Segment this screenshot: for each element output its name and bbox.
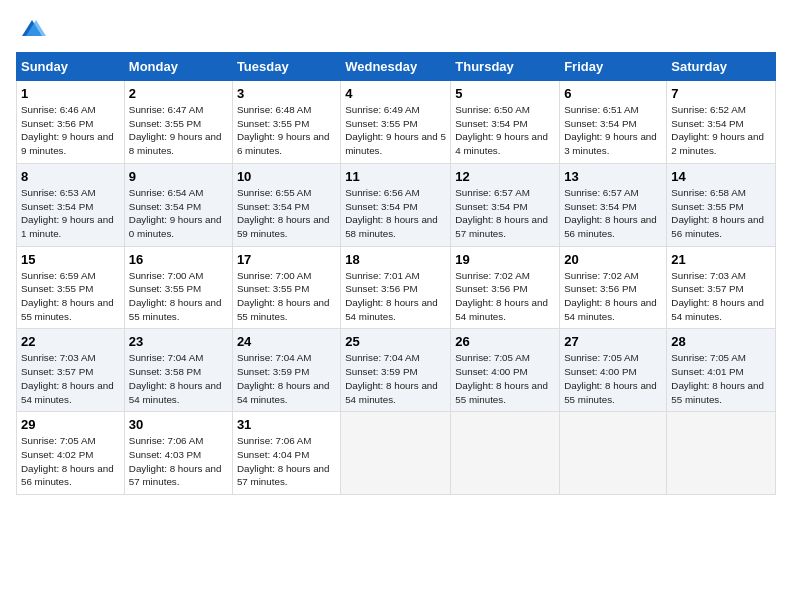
calendar-cell: 12 Sunrise: 6:57 AMSunset: 3:54 PMDaylig… — [451, 163, 560, 246]
day-info: Sunrise: 7:05 AMSunset: 4:00 PMDaylight:… — [564, 352, 657, 404]
day-info: Sunrise: 7:06 AMSunset: 4:04 PMDaylight:… — [237, 435, 330, 487]
day-info: Sunrise: 6:46 AMSunset: 3:56 PMDaylight:… — [21, 104, 114, 156]
day-number: 21 — [671, 252, 771, 267]
day-info: Sunrise: 7:02 AMSunset: 3:56 PMDaylight:… — [455, 270, 548, 322]
day-number: 20 — [564, 252, 662, 267]
calendar-cell: 6 Sunrise: 6:51 AMSunset: 3:54 PMDayligh… — [560, 81, 667, 164]
calendar-cell: 11 Sunrise: 6:56 AMSunset: 3:54 PMDaylig… — [341, 163, 451, 246]
logo — [16, 16, 46, 40]
day-number: 22 — [21, 334, 120, 349]
day-number: 24 — [237, 334, 336, 349]
day-info: Sunrise: 7:01 AMSunset: 3:56 PMDaylight:… — [345, 270, 438, 322]
day-info: Sunrise: 6:56 AMSunset: 3:54 PMDaylight:… — [345, 187, 438, 239]
calendar-cell: 24 Sunrise: 7:04 AMSunset: 3:59 PMDaylig… — [232, 329, 340, 412]
calendar-cell: 13 Sunrise: 6:57 AMSunset: 3:54 PMDaylig… — [560, 163, 667, 246]
day-number: 5 — [455, 86, 555, 101]
day-header-sunday: Sunday — [17, 53, 125, 81]
calendar-cell: 1 Sunrise: 6:46 AMSunset: 3:56 PMDayligh… — [17, 81, 125, 164]
calendar-cell: 8 Sunrise: 6:53 AMSunset: 3:54 PMDayligh… — [17, 163, 125, 246]
day-number: 23 — [129, 334, 228, 349]
day-number: 18 — [345, 252, 446, 267]
day-number: 28 — [671, 334, 771, 349]
day-info: Sunrise: 6:55 AMSunset: 3:54 PMDaylight:… — [237, 187, 330, 239]
day-number: 10 — [237, 169, 336, 184]
day-number: 25 — [345, 334, 446, 349]
day-header-thursday: Thursday — [451, 53, 560, 81]
day-number: 29 — [21, 417, 120, 432]
day-info: Sunrise: 6:52 AMSunset: 3:54 PMDaylight:… — [671, 104, 764, 156]
day-header-monday: Monday — [124, 53, 232, 81]
calendar-cell: 17 Sunrise: 7:00 AMSunset: 3:55 PMDaylig… — [232, 246, 340, 329]
day-info: Sunrise: 7:00 AMSunset: 3:55 PMDaylight:… — [237, 270, 330, 322]
calendar-cell: 20 Sunrise: 7:02 AMSunset: 3:56 PMDaylig… — [560, 246, 667, 329]
day-info: Sunrise: 7:05 AMSunset: 4:02 PMDaylight:… — [21, 435, 114, 487]
day-info: Sunrise: 7:05 AMSunset: 4:01 PMDaylight:… — [671, 352, 764, 404]
day-info: Sunrise: 7:04 AMSunset: 3:59 PMDaylight:… — [345, 352, 438, 404]
day-number: 3 — [237, 86, 336, 101]
day-info: Sunrise: 7:03 AMSunset: 3:57 PMDaylight:… — [21, 352, 114, 404]
day-number: 31 — [237, 417, 336, 432]
calendar-cell: 18 Sunrise: 7:01 AMSunset: 3:56 PMDaylig… — [341, 246, 451, 329]
day-info: Sunrise: 6:51 AMSunset: 3:54 PMDaylight:… — [564, 104, 657, 156]
calendar-cell: 25 Sunrise: 7:04 AMSunset: 3:59 PMDaylig… — [341, 329, 451, 412]
calendar-cell: 15 Sunrise: 6:59 AMSunset: 3:55 PMDaylig… — [17, 246, 125, 329]
calendar-cell: 7 Sunrise: 6:52 AMSunset: 3:54 PMDayligh… — [667, 81, 776, 164]
day-info: Sunrise: 7:00 AMSunset: 3:55 PMDaylight:… — [129, 270, 222, 322]
calendar-cell — [667, 412, 776, 495]
day-number: 17 — [237, 252, 336, 267]
calendar-cell: 10 Sunrise: 6:55 AMSunset: 3:54 PMDaylig… — [232, 163, 340, 246]
day-number: 7 — [671, 86, 771, 101]
day-info: Sunrise: 6:47 AMSunset: 3:55 PMDaylight:… — [129, 104, 222, 156]
calendar-week-row: 1 Sunrise: 6:46 AMSunset: 3:56 PMDayligh… — [17, 81, 776, 164]
day-number: 15 — [21, 252, 120, 267]
calendar-header-row: SundayMondayTuesdayWednesdayThursdayFrid… — [17, 53, 776, 81]
calendar-table: SundayMondayTuesdayWednesdayThursdayFrid… — [16, 52, 776, 495]
calendar-cell: 19 Sunrise: 7:02 AMSunset: 3:56 PMDaylig… — [451, 246, 560, 329]
calendar-cell — [341, 412, 451, 495]
calendar-week-row: 22 Sunrise: 7:03 AMSunset: 3:57 PMDaylig… — [17, 329, 776, 412]
calendar-cell: 16 Sunrise: 7:00 AMSunset: 3:55 PMDaylig… — [124, 246, 232, 329]
day-header-saturday: Saturday — [667, 53, 776, 81]
day-number: 14 — [671, 169, 771, 184]
logo-icon — [18, 16, 46, 44]
calendar-week-row: 15 Sunrise: 6:59 AMSunset: 3:55 PMDaylig… — [17, 246, 776, 329]
day-number: 16 — [129, 252, 228, 267]
calendar-cell: 27 Sunrise: 7:05 AMSunset: 4:00 PMDaylig… — [560, 329, 667, 412]
day-info: Sunrise: 7:05 AMSunset: 4:00 PMDaylight:… — [455, 352, 548, 404]
page-header — [16, 16, 776, 40]
calendar-cell: 14 Sunrise: 6:58 AMSunset: 3:55 PMDaylig… — [667, 163, 776, 246]
calendar-cell: 2 Sunrise: 6:47 AMSunset: 3:55 PMDayligh… — [124, 81, 232, 164]
calendar-cell: 30 Sunrise: 7:06 AMSunset: 4:03 PMDaylig… — [124, 412, 232, 495]
calendar-week-row: 8 Sunrise: 6:53 AMSunset: 3:54 PMDayligh… — [17, 163, 776, 246]
day-number: 11 — [345, 169, 446, 184]
calendar-cell: 23 Sunrise: 7:04 AMSunset: 3:58 PMDaylig… — [124, 329, 232, 412]
day-number: 30 — [129, 417, 228, 432]
day-number: 6 — [564, 86, 662, 101]
calendar-cell: 31 Sunrise: 7:06 AMSunset: 4:04 PMDaylig… — [232, 412, 340, 495]
day-info: Sunrise: 7:02 AMSunset: 3:56 PMDaylight:… — [564, 270, 657, 322]
day-number: 4 — [345, 86, 446, 101]
calendar-cell: 29 Sunrise: 7:05 AMSunset: 4:02 PMDaylig… — [17, 412, 125, 495]
day-header-wednesday: Wednesday — [341, 53, 451, 81]
calendar-cell: 4 Sunrise: 6:49 AMSunset: 3:55 PMDayligh… — [341, 81, 451, 164]
day-info: Sunrise: 6:59 AMSunset: 3:55 PMDaylight:… — [21, 270, 114, 322]
day-info: Sunrise: 7:03 AMSunset: 3:57 PMDaylight:… — [671, 270, 764, 322]
calendar-week-row: 29 Sunrise: 7:05 AMSunset: 4:02 PMDaylig… — [17, 412, 776, 495]
calendar-cell — [560, 412, 667, 495]
day-info: Sunrise: 7:06 AMSunset: 4:03 PMDaylight:… — [129, 435, 222, 487]
calendar-cell: 5 Sunrise: 6:50 AMSunset: 3:54 PMDayligh… — [451, 81, 560, 164]
day-number: 13 — [564, 169, 662, 184]
day-number: 9 — [129, 169, 228, 184]
calendar-cell: 21 Sunrise: 7:03 AMSunset: 3:57 PMDaylig… — [667, 246, 776, 329]
day-number: 2 — [129, 86, 228, 101]
calendar-cell: 9 Sunrise: 6:54 AMSunset: 3:54 PMDayligh… — [124, 163, 232, 246]
calendar-cell: 26 Sunrise: 7:05 AMSunset: 4:00 PMDaylig… — [451, 329, 560, 412]
day-number: 1 — [21, 86, 120, 101]
day-info: Sunrise: 6:49 AMSunset: 3:55 PMDaylight:… — [345, 104, 446, 156]
calendar-cell: 22 Sunrise: 7:03 AMSunset: 3:57 PMDaylig… — [17, 329, 125, 412]
calendar-cell: 28 Sunrise: 7:05 AMSunset: 4:01 PMDaylig… — [667, 329, 776, 412]
day-number: 19 — [455, 252, 555, 267]
day-info: Sunrise: 7:04 AMSunset: 3:59 PMDaylight:… — [237, 352, 330, 404]
day-info: Sunrise: 7:04 AMSunset: 3:58 PMDaylight:… — [129, 352, 222, 404]
calendar-cell — [451, 412, 560, 495]
